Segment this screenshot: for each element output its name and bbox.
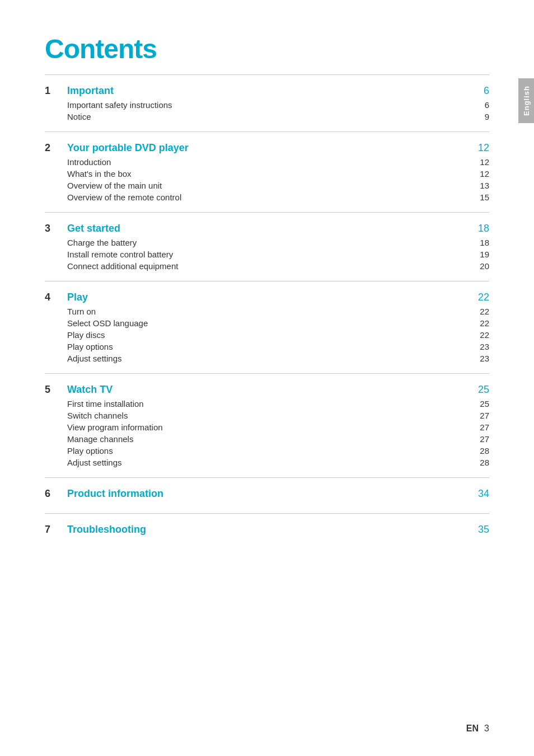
sub-items-1: Important safety instructions6Notice9: [45, 100, 489, 121]
sub-item-label: Play discs: [67, 330, 467, 340]
section-number-2: 2: [45, 142, 62, 154]
list-item: Adjust settings23: [67, 354, 489, 363]
page: English Contents 1Important6Important sa…: [0, 0, 534, 756]
section-header-2: 2Your portable DVD player12: [45, 142, 489, 154]
list-item: Turn on22: [67, 307, 489, 316]
sub-item-label: Adjust settings: [67, 458, 467, 467]
list-item: Overview of the remote control15: [67, 192, 489, 202]
footer-page-number: 3: [484, 724, 489, 734]
sub-item-page: 27: [467, 434, 489, 444]
sub-item-page: 9: [467, 112, 489, 121]
sub-item-label: Select OSD language: [67, 318, 467, 328]
footer: EN 3: [466, 724, 489, 734]
sub-item-page: 12: [467, 157, 489, 167]
side-tab-label: English: [522, 86, 531, 116]
toc-section-6: 6Product information34: [45, 477, 489, 513]
sub-item-label: Turn on: [67, 307, 467, 316]
sub-item-page: 22: [467, 318, 489, 328]
toc-container: 1Important6Important safety instructions…: [45, 75, 489, 549]
list-item: Charge the battery18: [67, 238, 489, 247]
section-header-7: 7Troubleshooting35: [45, 524, 489, 536]
sub-item-label: View program information: [67, 422, 467, 432]
list-item: Overview of the main unit13: [67, 181, 489, 190]
list-item: Adjust settings28: [67, 458, 489, 467]
section-title-3: Get started: [67, 223, 467, 234]
list-item: Connect additional equipment20: [67, 261, 489, 271]
section-page-4: 22: [467, 292, 489, 303]
sub-item-page: 12: [467, 169, 489, 179]
sub-item-page: 6: [467, 100, 489, 110]
list-item: What's in the box12: [67, 169, 489, 179]
list-item: Switch channels27: [67, 411, 489, 420]
sub-item-page: 22: [467, 330, 489, 340]
sub-item-label: Switch channels: [67, 411, 467, 420]
section-header-5: 5Watch TV25: [45, 384, 489, 396]
sub-item-label: Play options: [67, 446, 467, 456]
section-number-5: 5: [45, 384, 62, 396]
section-number-7: 7: [45, 524, 62, 536]
section-number-4: 4: [45, 292, 62, 303]
section-title-1: Important: [67, 85, 467, 97]
toc-section-3: 3Get started18Charge the battery18Instal…: [45, 212, 489, 281]
sub-item-page: 23: [467, 354, 489, 363]
list-item: Select OSD language22: [67, 318, 489, 328]
section-page-7: 35: [467, 524, 489, 536]
sub-item-label: Manage channels: [67, 434, 467, 444]
section-title-7: Troubleshooting: [67, 524, 467, 536]
list-item: Play discs22: [67, 330, 489, 340]
sub-item-page: 28: [467, 458, 489, 467]
section-title-2: Your portable DVD player: [67, 142, 467, 154]
sub-item-label: Important safety instructions: [67, 100, 467, 110]
sub-item-label: Overview of the main unit: [67, 181, 467, 190]
section-page-1: 6: [467, 85, 489, 97]
list-item: View program information27: [67, 422, 489, 432]
section-number-6: 6: [45, 488, 62, 500]
section-page-2: 12: [467, 142, 489, 154]
sub-item-label: Introduction: [67, 157, 467, 167]
list-item: Play options28: [67, 446, 489, 456]
sub-item-page: 27: [467, 422, 489, 432]
sub-item-page: 27: [467, 411, 489, 420]
list-item: Install remote control battery19: [67, 250, 489, 259]
sub-item-label: Charge the battery: [67, 238, 467, 247]
section-page-6: 34: [467, 488, 489, 500]
toc-section-7: 7Troubleshooting35: [45, 513, 489, 549]
sub-items-4: Turn on22Select OSD language22Play discs…: [45, 307, 489, 363]
section-title-5: Watch TV: [67, 384, 467, 396]
page-title: Contents: [45, 34, 489, 64]
sub-item-label: Notice: [67, 112, 467, 121]
list-item: Manage channels27: [67, 434, 489, 444]
sub-item-page: 18: [467, 238, 489, 247]
sub-item-page: 23: [467, 342, 489, 351]
sub-item-page: 28: [467, 446, 489, 456]
section-number-3: 3: [45, 223, 62, 234]
sub-item-label: Overview of the remote control: [67, 192, 467, 202]
section-header-1: 1Important6: [45, 85, 489, 97]
list-item: Play options23: [67, 342, 489, 351]
sub-item-page: 19: [467, 250, 489, 259]
section-header-3: 3Get started18: [45, 223, 489, 234]
sub-item-page: 13: [467, 181, 489, 190]
section-header-6: 6Product information34: [45, 488, 489, 500]
toc-section-2: 2Your portable DVD player12Introduction1…: [45, 132, 489, 212]
sub-item-label: Install remote control battery: [67, 250, 467, 259]
sub-item-page: 22: [467, 307, 489, 316]
sub-items-3: Charge the battery18Install remote contr…: [45, 238, 489, 271]
sub-item-label: Connect additional equipment: [67, 261, 467, 271]
list-item: First time installation25: [67, 399, 489, 408]
sub-item-page: 15: [467, 192, 489, 202]
section-page-3: 18: [467, 223, 489, 234]
sub-item-page: 20: [467, 261, 489, 271]
sub-items-5: First time installation25Switch channels…: [45, 399, 489, 467]
sub-item-label: Adjust settings: [67, 354, 467, 363]
list-item: Notice9: [67, 112, 489, 121]
sub-items-2: Introduction12What's in the box12Overvie…: [45, 157, 489, 202]
sub-item-label: What's in the box: [67, 169, 467, 179]
section-number-1: 1: [45, 85, 62, 97]
section-title-4: Play: [67, 292, 467, 303]
sub-item-label: First time installation: [67, 399, 467, 408]
toc-section-4: 4Play22Turn on22Select OSD language22Pla…: [45, 281, 489, 373]
footer-lang: EN: [466, 724, 479, 734]
section-title-6: Product information: [67, 488, 467, 500]
section-page-5: 25: [467, 384, 489, 396]
